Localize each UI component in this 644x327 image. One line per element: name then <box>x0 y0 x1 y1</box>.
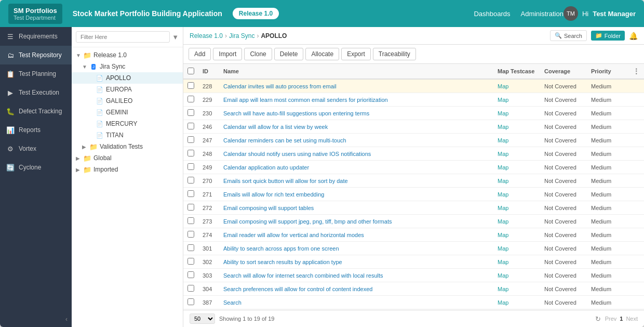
requirement-link-271[interactable]: Emails will allow for rich text embeddin… <box>223 191 324 198</box>
requirement-link-303[interactable]: Search will allow for internet search co… <box>223 272 383 279</box>
filter-icon[interactable]: ▼ <box>172 33 179 41</box>
requirement-link-304[interactable]: Search preferences will allow for contro… <box>223 286 372 292</box>
map-link-247[interactable]: Map <box>498 137 508 143</box>
cell-name: Calendar should notify users using nativ… <box>219 147 493 161</box>
tree-node-gemini[interactable]: 📄GEMINI <box>72 107 183 118</box>
map-link-229[interactable]: Map <box>498 97 508 103</box>
row-checkbox-230[interactable] <box>187 109 194 116</box>
select-all-checkbox[interactable] <box>187 68 194 74</box>
map-link-249[interactable]: Map <box>498 164 508 171</box>
row-checkbox-248[interactable] <box>187 150 194 156</box>
map-link-271[interactable]: Map <box>498 191 508 198</box>
brand-logo[interactable]: SM Portfolios Test Department <box>8 4 62 24</box>
requirement-link-249[interactable]: Calendar application auto updater <box>223 164 309 171</box>
requirement-link-274[interactable]: Email reader will allow for vertical and… <box>223 232 364 238</box>
nav-dashboards[interactable]: Dashboards <box>474 10 510 18</box>
requirement-link-270[interactable]: Emails sort quick button will allow for … <box>223 178 348 184</box>
toolbar-btn-add[interactable]: Add <box>189 48 211 60</box>
row-checkbox-228[interactable] <box>187 82 194 89</box>
map-link-301[interactable]: Map <box>498 245 508 252</box>
next-page-btn[interactable]: Next <box>626 316 638 322</box>
sidebar-item-cyclone[interactable]: 🔄Cyclone <box>0 158 72 177</box>
row-checkbox-247[interactable] <box>187 136 194 143</box>
row-checkbox-274[interactable] <box>187 231 194 238</box>
row-checkbox-304[interactable] <box>187 285 194 292</box>
sidebar-collapse-btn[interactable]: ‹ <box>0 311 72 327</box>
sidebar-item-vortex[interactable]: ⚙Vortex <box>0 139 72 158</box>
row-checkbox-302[interactable] <box>187 258 194 265</box>
row-checkbox-273[interactable] <box>187 217 194 224</box>
folder-button[interactable]: 📁 Folder <box>591 31 625 41</box>
tree-node-jira-sync[interactable]: ▼JJira Sync <box>72 61 183 72</box>
page-size-select[interactable]: 50 25 100 <box>190 313 215 324</box>
nav-administration[interactable]: Administration <box>521 10 564 18</box>
tree-filter-input[interactable] <box>76 31 170 43</box>
requirement-link-302[interactable]: Ability to sort search results by applic… <box>223 259 342 265</box>
requirement-link-246[interactable]: Calendar will allow for a list view by w… <box>223 124 328 130</box>
breadcrumb-jira-sync[interactable]: Jira Sync <box>229 32 254 40</box>
row-checkbox-249[interactable] <box>187 163 194 170</box>
row-checkbox-301[interactable] <box>187 244 194 251</box>
toolbar-btn-import[interactable]: Import <box>213 48 242 60</box>
tree-node-galileo[interactable]: 📄GALILEO <box>72 95 183 107</box>
sidebar-item-defect-tracking[interactable]: 🐛Defect Tracking <box>0 102 72 121</box>
map-link-302[interactable]: Map <box>498 259 508 265</box>
prev-page-btn[interactable]: Prev <box>605 316 617 322</box>
requirement-link-301[interactable]: Ability to search across apps from one s… <box>223 245 339 252</box>
map-link-248[interactable]: Map <box>498 151 508 157</box>
cell-coverage: Not Covered <box>540 93 587 107</box>
sidebar-item-test-repository[interactable]: 🗂Test Repository <box>0 46 72 64</box>
search-button[interactable]: 🔍 Search <box>550 30 587 41</box>
map-link-230[interactable]: Map <box>498 110 508 116</box>
row-checkbox-229[interactable] <box>187 96 194 102</box>
row-checkbox-303[interactable] <box>187 271 194 278</box>
sidebar-item-requirements[interactable]: ☰Requirements <box>0 27 72 46</box>
tree-node-apollo[interactable]: 📄APOLLO⋯ <box>72 72 183 84</box>
requirement-link-229[interactable]: Email app will learn most common email s… <box>223 97 388 103</box>
requirement-link-230[interactable]: Search will have auto-fill suggestions u… <box>223 110 369 116</box>
map-link-228[interactable]: Map <box>498 83 508 89</box>
user-name[interactable]: Test Manager <box>593 10 636 18</box>
requirement-link-228[interactable]: Calendar invites will auto process from … <box>223 83 337 89</box>
row-checkbox-270[interactable] <box>187 177 194 184</box>
cell-map: Map <box>493 93 540 107</box>
toolbar-btn-clone[interactable]: Clone <box>244 48 272 60</box>
tree-node-europa[interactable]: 📄EUROPA <box>72 84 183 95</box>
tree-node-global[interactable]: ▶📁Global <box>72 152 183 164</box>
requirement-link-273[interactable]: Email composing will support jpeg, png, … <box>223 218 392 225</box>
sidebar-item-reports[interactable]: 📊Reports <box>0 121 72 139</box>
map-link-273[interactable]: Map <box>498 218 508 225</box>
requirement-link-248[interactable]: Calendar should notify users using nativ… <box>223 151 371 157</box>
row-checkbox-246[interactable] <box>187 123 194 129</box>
breadcrumb-release[interactable]: Release 1.0 <box>190 32 223 40</box>
tree-node-validation[interactable]: ▶📁Validation Tests <box>72 141 183 152</box>
toolbar-btn-traceability[interactable]: Traceability <box>373 48 416 60</box>
map-link-274[interactable]: Map <box>498 232 508 238</box>
tree-node-release-1[interactable]: ▼📁Release 1.0 <box>72 49 183 61</box>
sidebar-item-test-execution[interactable]: ▶Test Execution <box>0 83 72 102</box>
row-checkbox-271[interactable] <box>187 190 194 197</box>
tree-node-imported[interactable]: ▶📁Imported <box>72 164 183 175</box>
requirement-link-387[interactable]: Search <box>223 299 242 306</box>
toolbar-btn-allocate[interactable]: Allocate <box>305 48 339 60</box>
map-link-270[interactable]: Map <box>498 178 508 184</box>
refresh-icon[interactable]: ↻ <box>595 315 601 323</box>
map-link-272[interactable]: Map <box>498 205 508 211</box>
toolbar-btn-delete[interactable]: Delete <box>274 48 304 60</box>
map-link-387[interactable]: Map <box>498 299 508 306</box>
requirement-link-272[interactable]: Email composing will support tables <box>223 205 314 211</box>
sidebar-item-test-planning[interactable]: 📋Test Planning <box>0 64 72 83</box>
row-checkbox-272[interactable] <box>187 204 194 211</box>
map-link-246[interactable]: Map <box>498 124 508 130</box>
table-more-icon[interactable]: ⋮ <box>633 67 640 75</box>
requirement-link-247[interactable]: Calendar reminders can be set using mult… <box>223 137 346 143</box>
row-checkbox-387[interactable] <box>187 298 194 305</box>
map-link-303[interactable]: Map <box>498 272 508 279</box>
map-link-304[interactable]: Map <box>498 286 508 292</box>
tree-node-titan[interactable]: 📄TITAN <box>72 129 183 141</box>
user-avatar[interactable]: TM <box>564 6 578 21</box>
toolbar-btn-export[interactable]: Export <box>341 48 371 60</box>
tree-node-mercury[interactable]: 📄MERCURY <box>72 118 183 129</box>
notification-bell-icon[interactable]: 🔔 <box>629 32 638 40</box>
cell-map: Map <box>493 79 540 93</box>
